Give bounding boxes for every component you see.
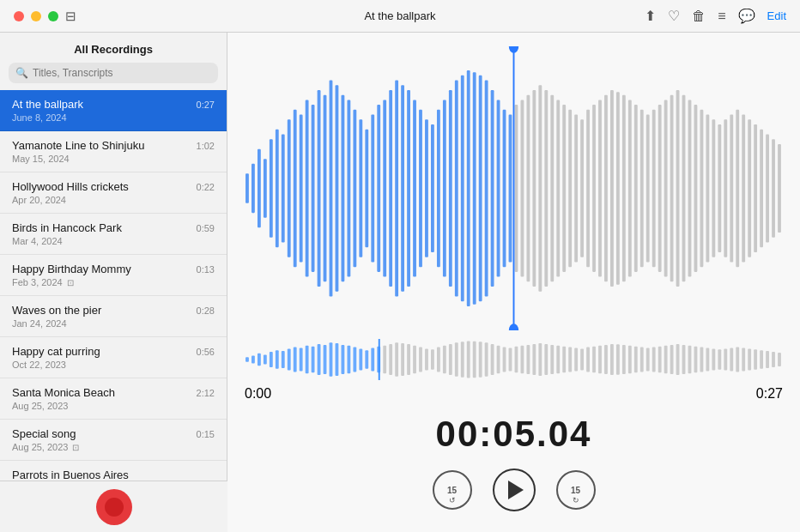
svg-point-91 [509,46,518,53]
svg-rect-181 [772,352,775,367]
search-input[interactable] [9,63,218,83]
main-waveform[interactable]: 0:010:020:030:040:050:060:070:080:09 [245,46,783,330]
list-item[interactable]: Happy Birthday Mommy 0:13 Feb 3, 2024 ⊡ [0,255,227,296]
svg-rect-138 [515,347,518,373]
record-button[interactable] [96,489,132,525]
svg-rect-106 [324,345,327,374]
svg-rect-28 [413,100,416,276]
svg-rect-145 [556,346,560,373]
sidebar-toggle-icon[interactable]: ⊟ [65,9,76,24]
svg-rect-103 [306,346,309,373]
svg-rect-101 [294,348,297,372]
recording-duration: 0:27 [197,100,215,110]
svg-rect-17 [347,100,350,276]
svg-rect-60 [604,95,608,282]
svg-rect-174 [730,348,733,372]
svg-rect-159 [640,348,644,372]
sidebar-bottom [0,481,227,532]
list-item[interactable]: Happy cat purring 0:56 Oct 22, 2023 [0,337,227,378]
svg-rect-89 [778,144,781,233]
svg-rect-33 [443,100,446,276]
svg-rect-113 [365,350,368,369]
svg-rect-75 [694,105,698,272]
svg-rect-152 [598,346,602,373]
svg-rect-64 [628,100,632,276]
minimize-button[interactable] [31,11,41,21]
svg-rect-148 [574,348,578,372]
recording-name: Happy Birthday Mommy [12,263,131,275]
recording-duration: 2:12 [197,388,215,398]
svg-rect-112 [359,348,362,370]
svg-rect-129 [461,342,464,377]
svg-rect-102 [300,348,303,372]
skip-back-button[interactable]: 15 ↺ [433,470,472,510]
share-icon[interactable]: ⬆ [645,8,656,24]
recording-date: Apr 20, 2024 [12,195,66,205]
traffic-lights: ⊟ [14,9,76,24]
recording-duration: 0:13 [197,264,215,275]
svg-rect-6 [282,134,285,242]
mini-waveform-container[interactable]: 0:00 0:27 [245,339,783,402]
svg-rect-137 [509,348,512,372]
svg-rect-165 [676,344,680,375]
list-item[interactable]: Santa Monica Beach 2:12 Aug 25, 2023 [0,378,227,420]
svg-rect-104 [312,347,315,373]
svg-rect-77 [706,115,709,263]
list-item[interactable]: Hollywood Hills crickets 0:22 Apr 20, 20… [0,172,227,214]
time-display: 00:05.04 [245,414,783,455]
record-button-inner [105,498,124,517]
svg-rect-109 [342,345,345,374]
svg-rect-62 [616,92,620,285]
list-item[interactable]: Birds in Hancock Park 0:59 Mar 4, 2024 [0,214,227,255]
mini-time-end: 0:27 [756,386,783,402]
waveform-svg [245,46,783,330]
svg-rect-123 [425,348,428,370]
search-bar[interactable]: 🔍 [9,63,218,83]
close-button[interactable] [14,11,24,21]
svg-rect-126 [443,346,446,373]
svg-rect-3 [264,159,267,218]
svg-rect-41 [491,90,494,287]
svg-rect-1 [252,164,255,213]
svg-rect-37 [467,70,470,306]
svg-rect-176 [742,348,745,372]
svg-rect-26 [401,85,404,292]
svg-point-92 [509,323,518,330]
svg-rect-108 [336,343,339,376]
svg-rect-68 [652,110,656,267]
svg-rect-30 [425,119,428,257]
maximize-button[interactable] [48,11,58,21]
edit-button[interactable]: Edit [767,9,786,22]
list-icon[interactable]: ≡ [718,9,725,24]
svg-rect-70 [664,100,668,276]
svg-rect-13 [324,95,327,282]
svg-rect-78 [712,119,715,257]
svg-rect-111 [353,348,356,372]
recording-date: June 8, 2024 [12,112,67,123]
svg-rect-9 [300,115,303,263]
list-item[interactable]: Special song 0:15 Aug 25, 2023 ⊡ [0,420,227,461]
svg-rect-25 [395,80,398,296]
play-button[interactable] [493,469,536,511]
list-item[interactable]: At the ballpark 0:27 June 8, 2024 [0,90,227,131]
svg-rect-47 [526,95,530,282]
main-container: All Recordings 🔍 At the ballpark 0:27 Ju… [0,33,800,532]
svg-rect-168 [694,347,698,373]
svg-rect-2 [258,149,261,228]
svg-rect-53 [562,105,566,272]
svg-rect-121 [413,346,416,373]
recording-date: Aug 25, 2023 [12,442,68,452]
skip-forward-button[interactable]: 15 ↻ [556,470,596,510]
delete-icon[interactable]: 🗑 [692,9,706,24]
svg-rect-127 [449,344,452,375]
svg-rect-63 [622,95,626,282]
svg-rect-65 [634,105,638,272]
favorite-icon[interactable]: ♡ [668,8,680,24]
recording-name: At the ballpark [12,98,83,111]
transcript-icon[interactable]: 💬 [738,8,755,24]
svg-rect-94 [252,356,255,364]
svg-rect-116 [383,346,386,373]
recording-date: Mar 4, 2024 [12,236,63,246]
list-item[interactable]: Yamanote Line to Shinjuku 1:02 May 15, 2… [0,131,227,172]
list-item[interactable]: Waves on the pier 0:28 Jan 24, 2024 [0,296,227,337]
